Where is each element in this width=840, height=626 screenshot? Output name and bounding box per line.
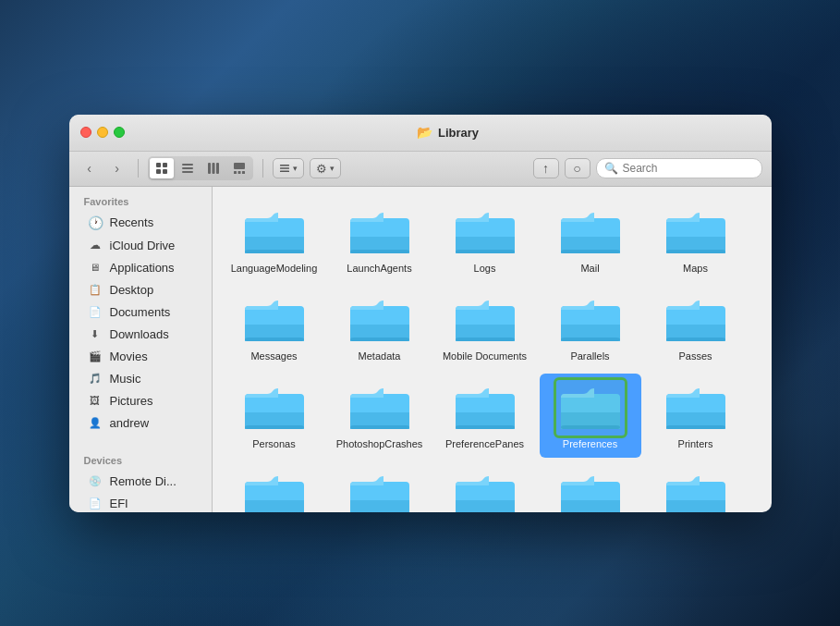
search-input[interactable]: [623, 162, 754, 175]
folder-item-safarisafebrowsing[interactable]: SafariSafeBrowsing: [434, 461, 536, 511]
folder-icon-wrap-passes: [663, 293, 729, 347]
folder-svg-personas: [243, 383, 306, 433]
folder-item-printers[interactable]: Printers: [645, 374, 747, 458]
sidebar-item-downloads[interactable]: ⬇ Downloads: [73, 324, 208, 345]
action-button[interactable]: ⚙ ▾: [310, 158, 341, 178]
svg-rect-34: [245, 338, 304, 341]
folder-item-mobiledocuments[interactable]: Mobile Documents: [434, 286, 536, 370]
back-button[interactable]: ‹: [79, 159, 101, 178]
folder-icon-wrap-languagemodeling: [241, 205, 308, 259]
folder-item-metadata[interactable]: Metadata: [329, 286, 431, 370]
share-button[interactable]: ↑: [533, 158, 559, 178]
minimize-button[interactable]: [97, 127, 108, 138]
svg-rect-0: [156, 163, 161, 167]
folder-item-preferencepanes[interactable]: PreferencePanes: [434, 374, 536, 458]
folder-item-savedappstate[interactable]: Saved Application State: [540, 461, 641, 511]
folder-item-logs[interactable]: Logs: [434, 198, 536, 282]
title-icon: 📂: [417, 125, 432, 140]
sidebar-item-desktop[interactable]: 📋 Desktop: [73, 279, 208, 301]
svg-rect-72: [561, 500, 620, 511]
svg-rect-22: [350, 250, 409, 253]
icloud-icon: ☁: [88, 239, 103, 252]
svg-rect-5: [182, 167, 193, 169]
sidebar-label-andrew: andrew: [110, 416, 150, 430]
folder-icon-wrap-metadata: [347, 293, 413, 347]
folder-item-parallels[interactable]: Parallels: [540, 286, 641, 370]
sidebar-item-music[interactable]: 🎵 Music: [73, 368, 208, 389]
sidebar-item-pictures[interactable]: 🖼 Pictures: [73, 390, 208, 411]
view-columns-button[interactable]: [201, 158, 225, 178]
folder-icon-wrap-mobiledocuments: [452, 293, 518, 347]
svg-rect-75: [666, 500, 725, 511]
pictures-icon: 🖼: [88, 395, 103, 406]
folder-item-languagemodeling[interactable]: LanguageModeling: [224, 198, 325, 282]
folder-name-personas: Personas: [252, 438, 295, 450]
folder-item-launchagents[interactable]: LaunchAgents: [329, 198, 431, 282]
folder-icon-wrap-preferencepanes: [452, 381, 518, 435]
svg-rect-9: [216, 163, 219, 174]
sidebar-label-recents: Recents: [110, 215, 154, 229]
folder-icon-wrap-pubsub: [241, 469, 308, 511]
folder-svg-logs: [454, 207, 517, 257]
sidebar-item-icloud[interactable]: ☁ iCloud Drive: [73, 235, 208, 256]
finder-window: 📂 Library ‹ ›: [69, 115, 772, 512]
folder-item-preferences[interactable]: Preferences: [540, 374, 641, 458]
maximize-button[interactable]: [114, 127, 125, 138]
view-list-button[interactable]: [176, 158, 200, 178]
sidebar-item-remote-disc[interactable]: 💿 Remote Di...: [73, 471, 208, 492]
close-button[interactable]: [80, 127, 91, 138]
folder-item-pubsub[interactable]: PubSub: [224, 461, 325, 511]
svg-rect-6: [182, 171, 193, 173]
folder-item-maps[interactable]: Maps: [645, 198, 747, 282]
sidebar-item-applications[interactable]: 🖥 Applications: [73, 257, 208, 278]
folder-icon-wrap-mail: [557, 205, 624, 259]
sidebar-item-andrew[interactable]: 👤 andrew: [73, 412, 208, 434]
svg-rect-7: [208, 163, 211, 174]
folder-item-screensavers[interactable]: Screen Savers: [645, 461, 747, 511]
svg-rect-52: [350, 425, 409, 429]
folder-name-printers: Printers: [678, 438, 713, 450]
tag-button[interactable]: ○: [565, 158, 590, 178]
andrew-icon: 👤: [88, 417, 103, 429]
svg-rect-8: [212, 163, 214, 174]
sidebar-item-documents[interactable]: 📄 Documents: [73, 301, 208, 323]
title-center: 📂 Library: [136, 125, 761, 140]
favorites-section: Favorites 🕐 Recents ☁ iCloud Drive 🖥 App…: [69, 187, 212, 438]
sidebar-label-downloads: Downloads: [110, 327, 169, 341]
folder-item-photoshopcrashes[interactable]: PhotoshopCrashes: [329, 374, 431, 458]
folder-item-safari[interactable]: Safari: [329, 461, 431, 511]
svg-rect-10: [234, 163, 245, 169]
sidebar-item-movies[interactable]: 🎬 Movies: [73, 346, 208, 367]
folder-item-passes[interactable]: Passes: [645, 286, 747, 370]
svg-rect-1: [163, 163, 167, 167]
svg-rect-37: [350, 338, 409, 341]
svg-rect-28: [561, 250, 620, 253]
sidebar-label-applications: Applications: [110, 261, 175, 275]
folder-item-personas[interactable]: Personas: [224, 374, 325, 458]
traffic-lights: [80, 127, 125, 138]
view-gallery-button[interactable]: [227, 158, 251, 178]
svg-rect-3: [163, 169, 167, 174]
folder-name-mobiledocuments: Mobile Documents: [443, 350, 527, 362]
folder-name-preferencepanes: PreferencePanes: [445, 438, 524, 450]
sidebar-item-recents[interactable]: 🕐 Recents: [73, 212, 208, 234]
forward-button[interactable]: ›: [106, 159, 128, 178]
search-bar[interactable]: 🔍: [596, 158, 762, 178]
folder-name-languagemodeling: LanguageModeling: [231, 263, 318, 275]
view-icon-button[interactable]: [150, 158, 174, 178]
folder-item-mail[interactable]: Mail: [540, 198, 641, 282]
svg-rect-13: [242, 171, 245, 174]
folder-svg-metadata: [348, 295, 411, 345]
content-area: Favorites 🕐 Recents ☁ iCloud Drive 🖥 App…: [69, 187, 772, 512]
folder-item-messages[interactable]: Messages: [224, 286, 325, 370]
sidebar-label-desktop: Desktop: [110, 283, 154, 297]
folder-svg-printers: [664, 383, 727, 433]
folder-icon-wrap-logs: [452, 205, 518, 259]
folder-svg-parallels: [559, 295, 622, 345]
folder-svg-preferencepanes: [454, 383, 517, 433]
arrange-button[interactable]: ▾: [273, 158, 304, 178]
svg-rect-12: [237, 171, 240, 174]
sidebar-item-efi[interactable]: 📄 EFI: [73, 493, 208, 512]
sidebar-label-documents: Documents: [110, 305, 171, 319]
title-bar: 📂 Library: [69, 115, 772, 152]
